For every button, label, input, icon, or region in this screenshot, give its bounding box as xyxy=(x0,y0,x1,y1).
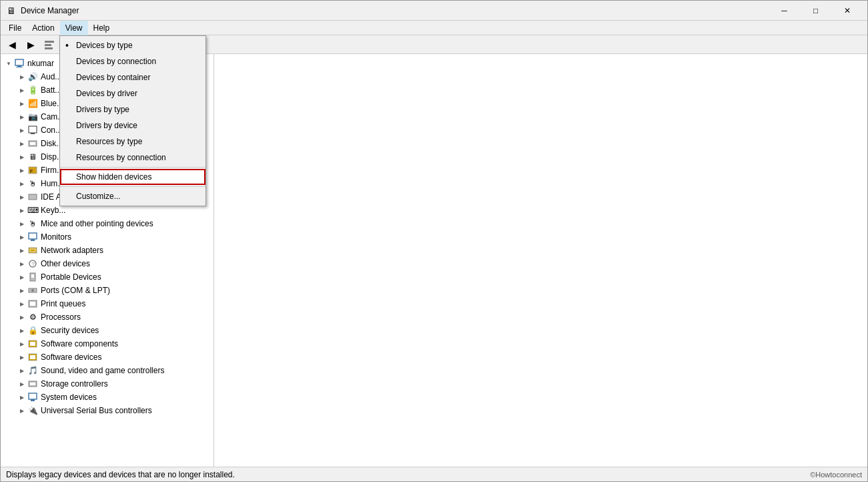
expand-icon[interactable]: ▶ xyxy=(17,338,27,349)
item-label: Sound, video and game controllers xyxy=(41,366,164,375)
expand-icon[interactable]: ▶ xyxy=(17,152,27,162)
menu-item-show-hidden-devices[interactable]: Show hidden devices xyxy=(60,169,205,185)
expand-icon[interactable]: ▶ xyxy=(17,178,27,189)
expand-icon[interactable]: ▶ xyxy=(17,85,27,95)
menu-view[interactable]: View xyxy=(60,21,88,35)
root-label: nkumar xyxy=(27,59,54,68)
device-icon xyxy=(27,192,38,202)
list-item[interactable]: ▶ Storage controllers xyxy=(1,377,213,391)
window-icon: 🖥 xyxy=(6,5,17,16)
list-item[interactable]: ▶ Network adapters xyxy=(1,244,213,257)
toolbar-forward-button[interactable]: ▶ xyxy=(22,37,39,53)
list-item[interactable]: ▶ Ports (COM & LPT) xyxy=(1,284,213,297)
close-button[interactable]: ✕ xyxy=(832,1,862,21)
svg-rect-6 xyxy=(29,126,37,133)
expand-icon[interactable]: ▶ xyxy=(17,352,27,363)
menu-item-customize[interactable]: Customize... xyxy=(60,188,205,204)
list-item[interactable]: ▶ Software components xyxy=(1,337,213,350)
expand-icon[interactable]: ▶ xyxy=(17,165,27,176)
expand-icon[interactable]: ▶ xyxy=(17,312,27,322)
menu-item-devices-by-connection[interactable]: Devices by connection xyxy=(60,53,205,69)
expand-icon[interactable]: ▶ xyxy=(17,138,27,149)
title-bar-controls: ─ □ ✕ xyxy=(769,1,862,21)
expand-icon[interactable]: ▶ xyxy=(17,365,27,376)
list-item[interactable]: ▶ 🎵 Sound, video and game controllers xyxy=(1,364,213,377)
menu-item-drivers-by-type[interactable]: Drivers by type xyxy=(60,101,205,117)
list-item[interactable]: ▶ Print queues xyxy=(1,297,213,310)
svg-rect-13 xyxy=(29,233,37,239)
item-label: System devices xyxy=(41,393,97,402)
expand-icon[interactable]: ▶ xyxy=(17,258,27,269)
menu-bar: File Action View Help xyxy=(1,21,867,35)
maximize-button[interactable]: □ xyxy=(801,1,831,21)
svg-rect-32 xyxy=(31,399,35,401)
device-icon: F xyxy=(27,165,38,176)
toolbar-back-button[interactable]: ◀ xyxy=(3,37,21,53)
list-item[interactable]: ▶ 🔒 Security devices xyxy=(1,324,213,337)
svg-rect-26 xyxy=(30,342,35,346)
svg-text:F: F xyxy=(30,169,33,174)
device-icon xyxy=(27,245,38,256)
toolbar-tree-button[interactable] xyxy=(41,37,58,53)
device-icon: 📷 xyxy=(27,111,38,122)
menu-item-devices-by-type[interactable]: Devices by type xyxy=(60,37,205,53)
svg-rect-20 xyxy=(31,274,34,278)
device-icon: ? xyxy=(27,258,38,269)
expand-icon[interactable]: ▶ xyxy=(17,205,27,216)
expand-icon[interactable]: ▶ xyxy=(17,125,27,136)
item-label: Network adapters xyxy=(41,246,103,255)
expand-icon[interactable]: ▶ xyxy=(17,245,27,256)
device-icon: ⚙ xyxy=(27,312,38,322)
expand-icon[interactable]: ▶ xyxy=(17,298,27,309)
minimize-button[interactable]: ─ xyxy=(769,1,799,21)
list-item[interactable]: ▶ Software devices xyxy=(1,350,213,364)
menu-item-resources-by-connection[interactable]: Resources by connection xyxy=(60,150,205,166)
item-label: Print queues xyxy=(41,299,85,308)
expand-icon[interactable]: ▶ xyxy=(17,98,27,109)
list-item[interactable]: ▶ ⚙ Processors xyxy=(1,310,213,324)
menu-file[interactable]: File xyxy=(3,21,27,35)
menu-help[interactable]: Help xyxy=(88,21,115,35)
expand-icon[interactable]: ▶ xyxy=(17,285,27,296)
expand-icon[interactable]: ▶ xyxy=(17,379,27,389)
menu-separator xyxy=(60,186,205,187)
expand-icon[interactable]: ▶ xyxy=(17,218,27,229)
status-bar: Displays legacy devices and devices that… xyxy=(1,467,867,481)
list-item[interactable]: ▶ ? Other devices xyxy=(1,257,213,270)
expand-icon[interactable]: ▶ xyxy=(17,405,27,416)
device-icon xyxy=(27,338,38,349)
root-expand-icon[interactable]: ▼ xyxy=(3,58,14,69)
expand-icon[interactable]: ▶ xyxy=(17,71,27,82)
device-icon: 🔊 xyxy=(27,71,38,82)
device-icon xyxy=(27,352,38,363)
list-item[interactable]: ▶ 🔌 Universal Serial Bus controllers xyxy=(1,404,213,417)
list-item[interactable]: ▶ 🖱 Mice and other pointing devices xyxy=(1,217,213,230)
device-icon: 🔋 xyxy=(27,85,38,95)
view-dropdown-menu: Devices by type Devices by connection De… xyxy=(59,35,206,206)
expand-icon[interactable]: ▶ xyxy=(17,232,27,242)
menu-item-devices-by-driver[interactable]: Devices by driver xyxy=(60,85,205,101)
device-icon: 🔌 xyxy=(27,405,38,416)
svg-rect-7 xyxy=(31,133,35,134)
device-icon: 🖱 xyxy=(27,178,38,189)
item-label: Portable Devices xyxy=(41,272,101,282)
menu-item-drivers-by-device[interactable]: Drivers by device xyxy=(60,117,205,134)
list-item[interactable]: ▶ Portable Devices xyxy=(1,270,213,284)
expand-icon[interactable]: ▶ xyxy=(17,272,27,282)
svg-rect-1 xyxy=(45,44,51,46)
device-icon: 📶 xyxy=(27,98,38,109)
menu-action[interactable]: Action xyxy=(27,21,59,35)
expand-icon[interactable]: ▶ xyxy=(17,392,27,403)
list-item[interactable]: ▶ System devices xyxy=(1,391,213,404)
expand-icon[interactable]: ▶ xyxy=(17,111,27,122)
list-item[interactable]: ▶ Monitors xyxy=(1,230,213,244)
item-label: Storage controllers xyxy=(41,379,108,389)
expand-icon[interactable]: ▶ xyxy=(17,192,27,202)
menu-item-devices-by-container[interactable]: Devices by container xyxy=(60,69,205,85)
menu-item-resources-by-type[interactable]: Resources by type xyxy=(60,134,205,150)
expand-icon[interactable]: ▶ xyxy=(17,325,27,336)
svg-text:?: ? xyxy=(32,261,35,267)
svg-point-22 xyxy=(31,289,34,292)
item-label: Security devices xyxy=(41,326,99,335)
device-icon xyxy=(27,272,38,282)
